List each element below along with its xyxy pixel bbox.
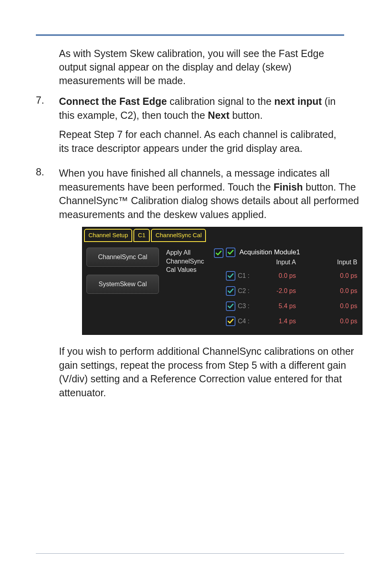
channelsync-cal-button[interactable]: ChannelSync Cal (86, 248, 159, 267)
step-7-bold-3: next input (274, 96, 321, 107)
channel-row-c4: C4 : 1.4 ps 0.0 ps (226, 314, 358, 329)
channel-row-c2: C2 : -2.0 ps 0.0 ps (226, 283, 358, 299)
check-icon (227, 318, 234, 324)
intro-paragraph: As with System Skew calibration, you wil… (59, 47, 344, 87)
check-icon (227, 288, 234, 294)
channel-row-c1: C1 : 0.0 ps 0.0 ps (226, 268, 358, 283)
tab-c1[interactable]: C1 (133, 229, 150, 242)
c2-input-b: 0.0 ps (304, 287, 358, 295)
step-7-para-2: Repeat Step 7 for each channel. As each … (59, 128, 344, 155)
check-icon (227, 273, 234, 279)
step-7-para-1: Connect the Fast Edge calibration signal… (59, 94, 344, 122)
dialog-body: ChannelSync Cal SystemSkew Cal Apply All… (82, 242, 362, 334)
col-input-a: Input A (257, 258, 304, 267)
dialog-left-column: ChannelSync Cal SystemSkew Cal (86, 248, 159, 329)
step-7-text-2: calibration signal to the (167, 96, 274, 107)
module-title: Acquisition Module1 (239, 248, 300, 257)
tab-channel-setup[interactable]: Channel Setup (84, 229, 132, 242)
c2-label: C2 : (238, 287, 257, 295)
col-input-b: Input B (304, 258, 358, 267)
dialog-right-panel: Acquisition Module1 Input A Input B C1 : (223, 248, 358, 329)
c2-checkbox[interactable] (226, 286, 235, 296)
c1-checkbox[interactable] (226, 271, 235, 281)
module-checkbox[interactable] (226, 248, 235, 257)
apply-all-checkbox[interactable] (214, 248, 223, 258)
apply-all-label: Apply All ChannelSync Cal Values (166, 248, 212, 274)
step-8-bold-2: Finish (274, 181, 303, 193)
step-7-text-6: button. (229, 110, 262, 121)
dialog-apply-group: Apply All ChannelSync Cal Values (159, 248, 223, 329)
c4-label: C4 : (238, 317, 257, 326)
module-header: Acquisition Module1 (226, 248, 358, 258)
c2-input-a: -2.0 ps (257, 287, 304, 295)
check-icon (215, 250, 222, 256)
final-paragraph: If you wish to perform additional Channe… (59, 344, 362, 399)
c3-input-a: 5.4 ps (257, 302, 304, 311)
c1-label: C1 : (238, 271, 257, 280)
c4-input-b: 0.0 ps (304, 317, 358, 326)
dialog-tabs: Channel Setup C1 ChannelSync Cal (82, 227, 362, 242)
step-7-bold-1: Connect the Fast Edge (59, 96, 167, 107)
c4-input-a: 1.4 ps (257, 317, 304, 326)
step-7: 7. Connect the Fast Edge calibration sig… (36, 94, 344, 161)
c1-input-a: 0.0 ps (257, 271, 304, 280)
step-7-bold-5: Next (208, 110, 229, 121)
c3-label: C3 : (238, 302, 257, 311)
c3-input-b: 0.0 ps (304, 302, 358, 311)
header-rule (36, 34, 344, 36)
channelsync-dialog: Channel Setup C1 ChannelSync Cal Channel… (82, 227, 362, 335)
tab-channelsync-cal[interactable]: ChannelSync Cal (151, 229, 206, 242)
c3-checkbox[interactable] (226, 301, 235, 311)
column-headers: Input A Input B (226, 258, 358, 268)
footer-rule (36, 553, 344, 554)
systemskew-cal-button[interactable]: SystemSkew Cal (86, 275, 159, 294)
check-icon (227, 303, 234, 309)
step-8: 8. When you have finished all channels, … (36, 166, 344, 405)
c4-checkbox[interactable] (226, 317, 235, 326)
channel-row-c3: C3 : 5.4 ps 0.0 ps (226, 299, 358, 314)
check-icon (227, 249, 234, 256)
step-8-number: 8. (36, 166, 59, 405)
c1-input-b: 0.0 ps (304, 271, 358, 280)
step-8-para-1: When you have finished all channels, a m… (59, 166, 362, 221)
step-7-number: 7. (36, 94, 59, 161)
